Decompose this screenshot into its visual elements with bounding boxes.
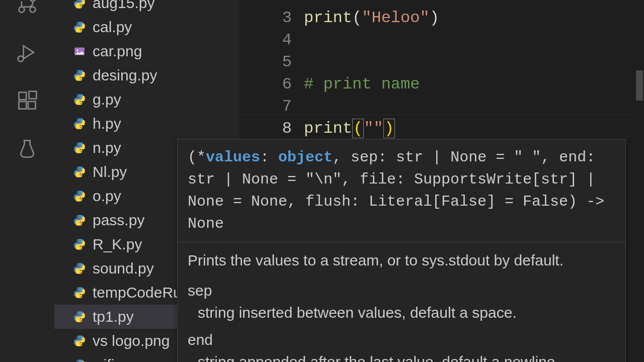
- extensions-icon[interactable]: [13, 86, 41, 115]
- python-file-icon: [72, 68, 87, 82]
- file-name-label: sound.py: [93, 260, 154, 277]
- file-name-label: aug15.py: [93, 0, 154, 12]
- doc-param-name: sep: [188, 280, 615, 302]
- svg-point-3: [18, 56, 24, 61]
- svg-rect-5: [19, 102, 27, 109]
- signature-text: (*values: object, sep: str | None = " ",…: [178, 139, 625, 242]
- svg-rect-6: [28, 102, 36, 109]
- file-item[interactable]: car.png: [54, 39, 239, 63]
- signature-doc: Prints the values to a stream, or to sys…: [178, 242, 625, 362]
- source-control-icon[interactable]: [13, 0, 41, 18]
- file-name-label: car.png: [93, 43, 142, 60]
- file-name-label: pass.py: [93, 212, 144, 229]
- code-token: print: [304, 9, 352, 27]
- file-item[interactable]: h.py: [54, 112, 239, 136]
- file-name-label: vs logo.png: [93, 332, 170, 349]
- line-number: 5: [239, 51, 292, 73]
- code-token: "": [364, 119, 383, 138]
- testing-icon[interactable]: [13, 135, 41, 163]
- active-parameter-type: object: [278, 149, 333, 166]
- python-file-icon: [72, 93, 87, 107]
- run-debug-icon[interactable]: [13, 38, 41, 66]
- file-name-label: tp1.py: [93, 308, 134, 325]
- file-name-label: h.py: [93, 115, 121, 132]
- python-file-icon: [72, 286, 87, 300]
- code-token: "Heloo": [362, 9, 429, 27]
- overview-ruler[interactable]: [634, 0, 644, 362]
- python-file-icon: [72, 237, 87, 251]
- python-file-icon: [72, 117, 87, 131]
- python-file-icon: [72, 20, 87, 34]
- python-file-icon: [72, 358, 87, 362]
- doc-param-desc: string appended after the last value, de…: [188, 351, 615, 362]
- python-file-icon: [72, 0, 87, 10]
- python-file-icon: [72, 213, 87, 227]
- file-item[interactable]: cal.py: [54, 15, 239, 39]
- file-item[interactable]: desing.py: [54, 63, 239, 87]
- file-name-label: Nl.py: [93, 163, 127, 180]
- file-name-label: R_K.py: [93, 236, 142, 253]
- file-name-label: n.py: [93, 139, 121, 156]
- doc-param-desc: string inserted between values, default …: [188, 302, 615, 324]
- code-comment: # print name: [304, 75, 420, 94]
- svg-point-9: [76, 49, 78, 51]
- code-token: print: [304, 119, 352, 138]
- doc-param-name: end: [188, 329, 615, 351]
- file-name-label: desing.py: [93, 67, 157, 84]
- line-number: 6: [239, 73, 292, 96]
- python-file-icon: [72, 141, 87, 155]
- file-name-label: g.py: [93, 91, 121, 108]
- image-file-icon: [72, 44, 87, 58]
- svg-rect-7: [29, 92, 37, 99]
- python-file-icon: [72, 310, 87, 324]
- python-file-icon: [72, 165, 87, 179]
- file-name-label: wifi.py: [93, 356, 134, 362]
- signature-help-widget: (*values: object, sep: str | None = " ",…: [177, 139, 626, 362]
- python-file-icon: [72, 261, 87, 276]
- svg-point-0: [30, 0, 36, 2]
- line-number: 2: [239, 0, 292, 7]
- line-number: 4: [239, 29, 292, 51]
- doc-summary: Prints the values to a stream, or to sys…: [188, 249, 615, 272]
- python-file-icon: [72, 189, 87, 203]
- file-name-label: o.py: [93, 188, 121, 205]
- svg-rect-4: [19, 93, 27, 100]
- python-file-icon: [72, 334, 87, 348]
- svg-point-1: [19, 7, 25, 13]
- line-number: 8: [239, 118, 292, 140]
- file-item[interactable]: aug15.py: [54, 0, 239, 15]
- scrollbar-thumb[interactable]: [636, 70, 643, 101]
- active-parameter: values: [206, 149, 260, 166]
- line-number: 7: [239, 96, 292, 118]
- file-name-label: cal.py: [93, 19, 132, 36]
- line-number: 3: [239, 7, 292, 29]
- activity-bar: [0, 0, 54, 362]
- svg-point-2: [30, 7, 36, 13]
- file-item[interactable]: g.py: [54, 87, 239, 112]
